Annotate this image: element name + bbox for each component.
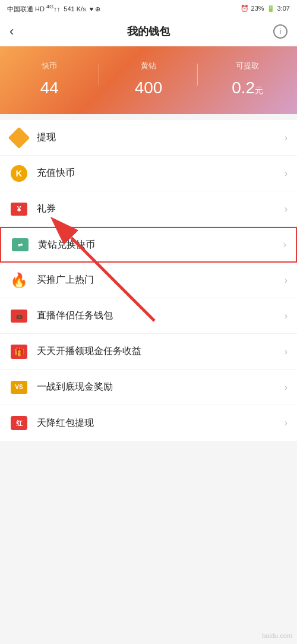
huangzuan-value: 400 bbox=[99, 78, 198, 97]
red-packet-icon: 红 bbox=[10, 413, 29, 433]
watermark: baidu.com bbox=[262, 632, 292, 639]
battle-label: 一战到底现金奖励 bbox=[37, 381, 285, 393]
menu-item-withdraw[interactable]: 提现 › bbox=[0, 120, 297, 156]
red-packet-label: 天降红包提现 bbox=[37, 417, 285, 430]
alarm-icon: ⏰ bbox=[241, 5, 249, 12]
red-packet-arrow: › bbox=[285, 418, 287, 428]
menu-item-daily-earn[interactable]: 🎁 天天开播领现金任务收益 › bbox=[0, 334, 297, 370]
coupon-icon: ¥ bbox=[10, 200, 29, 219]
daily-earn-arrow: › bbox=[285, 346, 287, 357]
menu-item-recharge[interactable]: K 充值快币 › bbox=[0, 156, 297, 191]
daily-earn-label: 天天开播领现金任务收益 bbox=[37, 345, 285, 358]
menu-item-promote[interactable]: 🔥 买推广上热门 › bbox=[0, 263, 297, 298]
promote-label: 买推广上热门 bbox=[37, 274, 285, 286]
promote-icon: 🔥 bbox=[10, 271, 29, 290]
menu-section: 提现 › K 充值快币 › ¥ 礼券 › ⇌ 黄钻兑换快币 › 🔥 买推广上热门… bbox=[0, 120, 297, 441]
menu-item-battle[interactable]: VS 一战到底现金奖励 › bbox=[0, 370, 297, 405]
menu-item-live-wallet[interactable]: 💼 直播伴侣任务钱包 › bbox=[0, 298, 297, 334]
live-wallet-arrow: › bbox=[285, 311, 287, 321]
kuaib-label: 快币 bbox=[0, 61, 99, 71]
daily-earn-icon: 🎁 bbox=[10, 342, 29, 361]
exchange-arrow: › bbox=[283, 239, 286, 250]
info-button[interactable]: i bbox=[273, 24, 287, 39]
recharge-arrow: › bbox=[285, 168, 287, 179]
promote-arrow: › bbox=[285, 275, 287, 286]
withdraw-icon bbox=[10, 128, 29, 147]
kuaib-value: 44 bbox=[0, 78, 99, 97]
menu-item-red-packet[interactable]: 红 天降红包提现 › bbox=[0, 405, 297, 441]
huangzuan-label: 黄钻 bbox=[99, 61, 198, 71]
withdraw-arrow: › bbox=[285, 132, 287, 143]
battery-text: 23% bbox=[251, 5, 264, 12]
header-info: i bbox=[264, 24, 287, 39]
header: ‹ 我的钱包 i bbox=[0, 17, 297, 46]
withdraw-label: 提现 bbox=[37, 131, 285, 144]
carrier-text: 中国联通 HD 4G↑↑ 541 K/s ♥ ⊕ bbox=[7, 4, 100, 14]
wallet-col-withdrawable: 可提取 0.2元 bbox=[198, 61, 297, 97]
battle-icon: VS bbox=[10, 378, 29, 397]
wallet-col-kuaib: 快币 44 bbox=[0, 61, 99, 97]
menu-item-exchange[interactable]: ⇌ 黄钻兑换快币 › bbox=[0, 227, 297, 263]
status-right: ⏰ 23% 🔋 3:07 bbox=[241, 5, 290, 12]
live-wallet-icon: 💼 bbox=[10, 307, 29, 326]
withdrawable-value: 0.2元 bbox=[198, 78, 297, 97]
recharge-label: 充值快币 bbox=[37, 167, 285, 179]
live-wallet-label: 直播伴侣任务钱包 bbox=[37, 310, 285, 322]
withdrawable-label: 可提取 bbox=[198, 61, 297, 71]
coupon-label: 礼券 bbox=[37, 203, 285, 215]
status-bar: 中国联通 HD 4G↑↑ 541 K/s ♥ ⊕ ⏰ 23% 🔋 3:07 bbox=[0, 0, 297, 17]
battle-arrow: › bbox=[285, 382, 287, 393]
recharge-icon: K bbox=[10, 164, 29, 183]
exchange-icon: ⇌ bbox=[11, 235, 30, 254]
exchange-label: 黄钻兑换快币 bbox=[38, 239, 283, 251]
back-button[interactable]: ‹ bbox=[10, 24, 33, 39]
battery-icon: 🔋 bbox=[267, 5, 275, 12]
wallet-col-huangzuan: 黄钻 400 bbox=[99, 61, 198, 97]
menu-item-coupon[interactable]: ¥ 礼券 › bbox=[0, 191, 297, 227]
page-title: 我的钱包 bbox=[127, 24, 170, 39]
time-text: 3:07 bbox=[277, 5, 290, 12]
wallet-banner: 快币 44 黄钻 400 可提取 0.2元 bbox=[0, 46, 297, 114]
coupon-arrow: › bbox=[285, 204, 287, 214]
